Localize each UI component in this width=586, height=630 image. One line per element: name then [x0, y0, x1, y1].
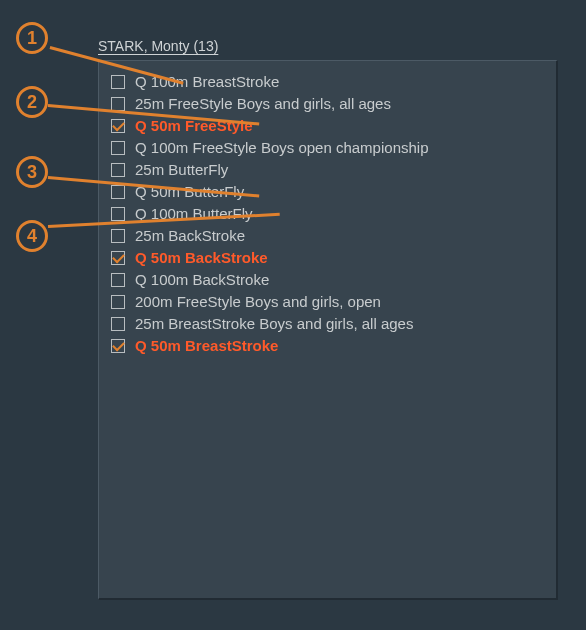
- event-checkbox[interactable]: [111, 207, 125, 221]
- event-label: 25m FreeStyle Boys and girls, all ages: [135, 93, 391, 115]
- event-label: Q 50m ButterFly: [135, 181, 244, 203]
- events-panel: Q 100m BreastStroke25m FreeStyle Boys an…: [98, 60, 558, 600]
- annotation-circle: 1: [16, 22, 48, 54]
- event-checkbox[interactable]: [111, 295, 125, 309]
- event-label: Q 100m BreastStroke: [135, 71, 279, 93]
- event-label: 200m FreeStyle Boys and girls, open: [135, 291, 381, 313]
- annotation-circle: 4: [16, 220, 48, 252]
- event-label: Q 50m BreastStroke: [135, 335, 278, 357]
- event-checkbox[interactable]: [111, 75, 125, 89]
- event-checkbox[interactable]: [111, 185, 125, 199]
- event-label: Q 100m BackStroke: [135, 269, 269, 291]
- event-row[interactable]: Q 50m BackStroke: [109, 247, 546, 269]
- event-row[interactable]: Q 50m FreeStyle: [109, 115, 546, 137]
- event-row[interactable]: Q 100m ButterFly: [109, 203, 546, 225]
- event-row[interactable]: Q 100m FreeStyle Boys open championship: [109, 137, 546, 159]
- event-checkbox[interactable]: [111, 163, 125, 177]
- event-label: Q 50m BackStroke: [135, 247, 268, 269]
- annotation-number: 3: [27, 162, 37, 183]
- annotation-circle: 2: [16, 86, 48, 118]
- event-row[interactable]: Q 100m BreastStroke: [109, 71, 546, 93]
- event-checkbox[interactable]: [111, 317, 125, 331]
- event-row[interactable]: Q 100m BackStroke: [109, 269, 546, 291]
- annotation-number: 4: [27, 226, 37, 247]
- event-checkbox[interactable]: [111, 141, 125, 155]
- event-checkbox[interactable]: [111, 97, 125, 111]
- event-row[interactable]: 25m BreastStroke Boys and girls, all age…: [109, 313, 546, 335]
- event-row[interactable]: 25m BackStroke: [109, 225, 546, 247]
- annotation-number: 2: [27, 92, 37, 113]
- event-row[interactable]: Q 50m ButterFly: [109, 181, 546, 203]
- event-checkbox[interactable]: [111, 273, 125, 287]
- event-checkbox[interactable]: [111, 229, 125, 243]
- event-checkbox[interactable]: [111, 119, 125, 133]
- event-row[interactable]: Q 50m BreastStroke: [109, 335, 546, 357]
- event-label: Q 100m ButterFly: [135, 203, 253, 225]
- annotation-number: 1: [27, 28, 37, 49]
- event-label: Q 100m FreeStyle Boys open championship: [135, 137, 429, 159]
- event-row[interactable]: 25m ButterFly: [109, 159, 546, 181]
- event-label: 25m BackStroke: [135, 225, 245, 247]
- event-row[interactable]: 200m FreeStyle Boys and girls, open: [109, 291, 546, 313]
- event-label: 25m ButterFly: [135, 159, 228, 181]
- event-label: 25m BreastStroke Boys and girls, all age…: [135, 313, 413, 335]
- event-checkbox[interactable]: [111, 339, 125, 353]
- event-checkbox[interactable]: [111, 251, 125, 265]
- event-row[interactable]: 25m FreeStyle Boys and girls, all ages: [109, 93, 546, 115]
- annotation-circle: 3: [16, 156, 48, 188]
- event-label: Q 50m FreeStyle: [135, 115, 253, 137]
- swimmer-title: STARK, Monty (13): [98, 38, 218, 54]
